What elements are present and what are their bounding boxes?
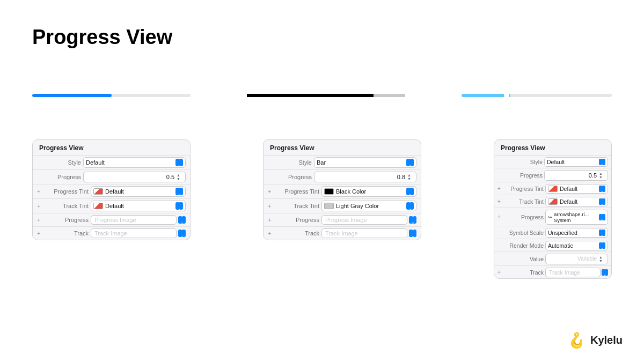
panel-3-label-style: Style	[497, 159, 543, 165]
stepper-down[interactable]: ▼	[407, 177, 414, 181]
stepper-down[interactable]: ▼	[599, 175, 605, 179]
panel-2-progress-tint-arrow[interactable]: ⌃⌄	[406, 188, 414, 195]
panel-3-select-track-tint[interactable]: Default ⌃⌄	[545, 197, 608, 206]
panel-3-row-progress-tint: + Progress Tint Default ⌃⌄	[494, 182, 611, 195]
panel-1-row-track-img: + Track Track Image ⌃⌄	[33, 226, 190, 240]
panel-3-stepper[interactable]: ▲ ▼	[599, 172, 605, 179]
panel-1-label-progress: Progress	[37, 174, 81, 180]
panel-1-track-img-value[interactable]: Track Image	[91, 228, 177, 238]
panel-1-swatch-track-tint	[93, 203, 103, 209]
panel-3-track-tint-arrow[interactable]: ⌃⌄	[599, 198, 605, 205]
panel-1-title: Progress View	[33, 140, 190, 155]
panel-3-symbol-scale-value: Unspecified	[548, 230, 599, 236]
panel-2-number-progress[interactable]: 0.8 ▲ ▼	[314, 172, 416, 182]
panel-3-select-symbol-scale[interactable]: Unspecified ⌃⌄	[545, 228, 608, 238]
panel-3-label-value: Value	[497, 256, 544, 262]
stepper-up[interactable]: ▲	[177, 173, 183, 177]
panel-1-stepper[interactable]: ▲ ▼	[177, 173, 183, 181]
panel-2-control-style: Bar ⌃⌄	[314, 157, 416, 168]
panel-3-symbol-scale-arrow[interactable]: ⌃⌄	[599, 230, 605, 236]
panel-3-track-img-value[interactable]: Track Image	[545, 268, 601, 277]
panel-1-label-progress-tint: Progress Tint	[45, 188, 89, 195]
panel-2-control-progress: 0.8 ▲ ▼	[314, 172, 416, 182]
panel-3-control-track-tint: Default ⌃⌄	[545, 197, 608, 206]
panel-3-plus-track-tint[interactable]: +	[497, 198, 504, 204]
panel-1-style-arrow[interactable]: ⌃⌄	[175, 159, 183, 166]
panel-1-select-track-tint[interactable]: Default ⌃⌄	[91, 201, 186, 211]
panel-3-select-render-mode[interactable]: Automatic ⌃⌄	[545, 241, 608, 250]
panel-2-track-tint-value: Light Gray Color	[336, 203, 406, 209]
panel-2-plus-progress-tint[interactable]: +	[268, 188, 275, 195]
stepper-down[interactable]: ▼	[177, 177, 183, 181]
panel-1-control-track-img: Track Image ⌃⌄	[91, 228, 186, 238]
panel-3-label-progress: Progress	[497, 172, 543, 179]
panel-2-plus-track-img[interactable]: +	[268, 230, 275, 237]
panel-1-progress-img-value[interactable]: Progress Image	[91, 215, 177, 225]
panel-2-track-img-value[interactable]: Track Image	[321, 228, 407, 238]
panel-1-select-progress-tint[interactable]: Default ⌃⌄	[91, 186, 186, 197]
stepper-down[interactable]: ▼	[599, 259, 605, 263]
panel-2-plus-progress-img[interactable]: +	[268, 217, 275, 223]
panel-2-label-style: Style	[268, 159, 312, 166]
panel-1-plus-track-tint[interactable]: +	[37, 203, 45, 209]
panel-3-plus-progress-tint[interactable]: +	[497, 186, 504, 191]
panel-3-track-img-arrow[interactable]: ⌃⌄	[602, 269, 608, 276]
preview-bar-3	[462, 94, 612, 97]
panel-2-track-img-arrow[interactable]: ⌃⌄	[409, 230, 416, 237]
panel-2-label-progress-img: Progress	[275, 217, 319, 223]
stepper-up[interactable]: ▲	[599, 172, 605, 175]
panel-1-plus-progress-img[interactable]: +	[37, 217, 45, 223]
panel-2-progress-img-value[interactable]: Progress Image	[321, 215, 407, 225]
panel-1-number-progress[interactable]: 0.5 ▲ ▼	[83, 172, 186, 182]
panel-3-select-style[interactable]: Default ⌃⌄	[544, 157, 608, 167]
panel-1-control-style: Default ⌃⌄	[83, 157, 186, 168]
panel-3-progress-tint-arrow[interactable]: ⌃⌄	[599, 186, 605, 192]
panel-3-select-progress-tint[interactable]: Default ⌃⌄	[545, 184, 608, 194]
panel-3-plus-track-img[interactable]: +	[497, 269, 504, 275]
panel-2-label-track-tint: Track Tint	[275, 203, 319, 209]
panel-3-row-style: Style Default ⌃⌄	[494, 155, 611, 168]
panel-1-control-progress-tint: Default ⌃⌄	[91, 186, 186, 197]
stepper-up[interactable]: ▲	[407, 173, 414, 177]
panel-2-track-tint-arrow[interactable]: ⌃⌄	[406, 202, 414, 210]
panel-2-progress-img-arrow[interactable]: ⌃⌄	[409, 216, 416, 224]
panel-2-select-track-tint[interactable]: Light Gray Color ⌃⌄	[321, 201, 416, 211]
panel-3-track-tint-value: Default	[560, 198, 599, 205]
panel-2: Progress View Style Bar ⌃⌄ Progress 0.8 …	[263, 139, 421, 240]
panel-1-plus-progress-tint[interactable]: +	[37, 188, 45, 195]
panels-container: Progress View Style Default ⌃⌄ Progress …	[32, 139, 612, 279]
panel-2-label-progress: Progress	[268, 174, 312, 180]
panel-1-progress-tint-arrow[interactable]: ⌃⌄	[175, 188, 183, 195]
panel-2-stepper[interactable]: ▲ ▼	[407, 173, 414, 181]
panel-1-track-img-arrow[interactable]: ⌃⌄	[178, 230, 186, 237]
panel-2-style-arrow[interactable]: ⌃⌄	[406, 159, 414, 166]
panel-3-label-progress-symbol: Progress	[504, 214, 544, 220]
panel-1-track-tint-arrow[interactable]: ⌃⌄	[175, 202, 183, 210]
panel-2-progress-tint-value: Black Color	[336, 188, 406, 195]
panel-2-plus-track-tint[interactable]: +	[268, 203, 275, 209]
panel-3-number-value[interactable]: Variable ▲ ▼	[545, 254, 608, 264]
panel-3-swatch-progress-tint	[548, 186, 558, 192]
panel-3-plus-progress-symbol[interactable]: +	[497, 214, 504, 220]
panel-2-select-progress-tint[interactable]: Black Color ⌃⌄	[321, 186, 416, 197]
panel-3-value-stepper[interactable]: ▲ ▼	[599, 255, 605, 263]
panel-3-progress-value: 0.5	[547, 172, 599, 179]
panel-3-style-arrow[interactable]: ⌃⌄	[599, 159, 605, 165]
panel-1-label-progress-img: Progress	[45, 217, 89, 223]
panel-1-plus-track-img[interactable]: +	[37, 230, 45, 237]
panel-1-select-style[interactable]: Default ⌃⌄	[83, 157, 186, 168]
panel-3-number-progress[interactable]: 0.5 ▲ ▼	[544, 170, 608, 181]
panel-1-progress-img-arrow[interactable]: ⌃⌄	[178, 216, 186, 224]
panel-1-row-style: Style Default ⌃⌄	[33, 155, 190, 169]
panel-2-swatch-track-tint	[324, 203, 334, 209]
panel-3-row-progress: Progress 0.5 ▲ ▼	[494, 168, 611, 182]
panel-1-track-tint-value: Default	[105, 203, 175, 209]
panel-2-select-style[interactable]: Bar ⌃⌄	[314, 157, 416, 168]
panel-3-select-progress-symbol[interactable]: ↪ arrowshape.ri... System ⌃⌄	[545, 210, 608, 225]
panel-3-progress-symbol-arrow[interactable]: ⌃⌄	[599, 214, 605, 220]
panel-3-render-mode-arrow[interactable]: ⌃⌄	[599, 242, 605, 249]
panel-3-row-progress-symbol: + Progress ↪ arrowshape.ri... System ⌃⌄	[494, 208, 611, 226]
stepper-up[interactable]: ▲	[599, 255, 605, 259]
panel-1: Progress View Style Default ⌃⌄ Progress …	[32, 139, 191, 240]
panel-3-control-progress-symbol: ↪ arrowshape.ri... System ⌃⌄	[545, 210, 608, 225]
